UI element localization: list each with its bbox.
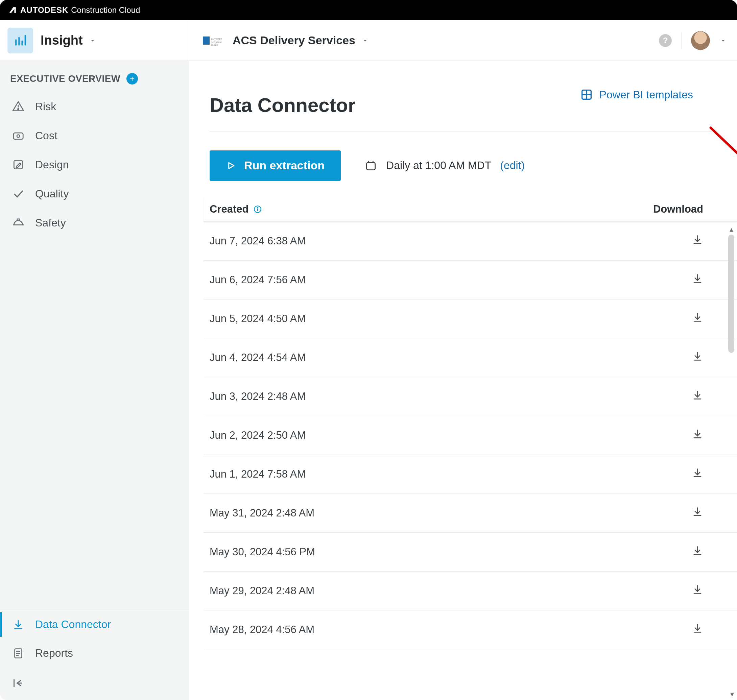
download-icon	[12, 619, 25, 631]
download-button[interactable]	[692, 350, 703, 365]
acc-logo-icon: AUTODESKCONSTRUCTIONCLOUD	[202, 34, 222, 47]
sidebar-bottom-nav: Data Connector Reports	[0, 610, 189, 700]
created-cell: Jun 5, 2024 4:50 AM	[210, 313, 306, 325]
power-bi-templates-link[interactable]: Power BI templates	[580, 88, 693, 101]
table-row: May 29, 2024 2:48 AM	[203, 572, 737, 610]
download-button[interactable]	[692, 467, 703, 481]
download-icon	[692, 584, 703, 595]
module-name: Insight	[41, 33, 83, 48]
created-cell: Jun 4, 2024 4:54 AM	[210, 351, 306, 364]
download-icon	[692, 273, 703, 284]
avatar[interactable]	[691, 31, 710, 50]
chevron-down-icon[interactable]	[719, 37, 727, 44]
app-brand-bar: AUTODESK Construction Cloud	[0, 0, 737, 20]
svg-point-11	[17, 135, 20, 138]
sidebar-nav: Risk Cost Design Quality Safety	[0, 92, 189, 237]
svg-rect-23	[366, 162, 375, 170]
pencil-icon	[12, 158, 25, 171]
run-extraction-label: Run extraction	[244, 159, 325, 172]
sidebar-section-header: EXECUTIVE OVERVIEW	[0, 73, 189, 84]
extractions-table: Created Download Jun 7, 2024 6:38 AMJun …	[203, 197, 737, 649]
download-icon	[692, 312, 703, 323]
scroll-up-icon[interactable]: ▴	[730, 226, 733, 233]
download-button[interactable]	[692, 623, 703, 637]
project-name: ACS Delivery Services	[232, 34, 355, 47]
sidebar-item-label: Cost	[35, 129, 57, 142]
download-button[interactable]	[692, 506, 703, 520]
brand-strong: AUTODESK	[20, 5, 68, 15]
sidebar-item-quality[interactable]: Quality	[0, 179, 189, 208]
schedule-text: Daily at 1:00 AM MDT	[386, 159, 491, 172]
download-icon	[692, 428, 703, 440]
sidebar-item-data-connector[interactable]: Data Connector	[0, 610, 189, 639]
created-cell: May 31, 2024 2:48 AM	[210, 507, 315, 519]
edit-schedule-link[interactable]: (edit)	[500, 159, 525, 172]
created-cell: Jun 2, 2024 2:50 AM	[210, 429, 306, 441]
sidebar-item-cost[interactable]: Cost	[0, 121, 189, 150]
warning-icon	[12, 100, 25, 113]
sidebar-item-safety[interactable]: Safety	[0, 208, 189, 237]
created-cell: May 29, 2024 2:48 AM	[210, 585, 315, 597]
brand-light: Construction Cloud	[71, 5, 140, 15]
sidebar-item-design[interactable]: Design	[0, 150, 189, 179]
collapse-icon	[12, 677, 24, 689]
created-cell: Jun 7, 2024 6:38 AM	[210, 235, 306, 247]
created-cell: May 30, 2024 4:56 PM	[210, 546, 315, 558]
help-icon[interactable]: ?	[659, 34, 672, 47]
download-button[interactable]	[692, 545, 703, 559]
table-row: May 31, 2024 2:48 AM	[203, 494, 737, 533]
download-button[interactable]	[692, 273, 703, 287]
download-icon	[692, 390, 703, 401]
download-icon	[692, 545, 703, 556]
created-cell: Jun 6, 2024 7:56 AM	[210, 274, 306, 286]
download-button[interactable]	[692, 584, 703, 598]
download-icon	[692, 506, 703, 518]
sidebar-item-label: Reports	[35, 647, 73, 659]
check-icon	[12, 187, 25, 200]
download-button[interactable]	[692, 312, 703, 326]
sidebar-item-reports[interactable]: Reports	[0, 639, 189, 668]
calendar-icon	[365, 159, 377, 172]
created-cell: Jun 1, 2024 7:58 AM	[210, 468, 306, 480]
scroll-down-icon[interactable]: ▾	[730, 690, 734, 699]
column-header-created[interactable]: Created	[210, 203, 262, 215]
column-header-download: Download	[653, 203, 703, 215]
action-row: Run extraction Daily at 1:00 AM MDT (edi…	[189, 131, 737, 197]
sidebar-item-risk[interactable]: Risk	[0, 92, 189, 121]
table-header: Created Download	[203, 197, 737, 222]
main-content: Data Connector Power BI templates Run ex…	[189, 61, 737, 700]
svg-text:CONSTRUCTION: CONSTRUCTION	[211, 41, 222, 43]
download-icon	[692, 234, 703, 246]
info-icon[interactable]	[253, 205, 262, 213]
schedule-display: Daily at 1:00 AM MDT (edit)	[365, 159, 525, 172]
table-row: May 30, 2024 4:56 PM	[203, 533, 737, 572]
module-switcher[interactable]: Insight	[0, 20, 189, 60]
table-row: Jun 2, 2024 2:50 AM	[203, 416, 737, 455]
table-row: Jun 7, 2024 6:38 AM	[203, 222, 737, 260]
download-button[interactable]	[692, 234, 703, 248]
table-row: May 28, 2024 4:56 AM	[203, 610, 737, 649]
table-row: Jun 1, 2024 7:58 AM	[203, 455, 737, 494]
svg-point-28	[257, 207, 258, 208]
project-switcher[interactable]: AUTODESKCONSTRUCTIONCLOUD ACS Delivery S…	[189, 34, 659, 47]
hardhat-icon	[12, 216, 25, 229]
scrollbar-thumb[interactable]	[728, 235, 734, 353]
created-cell: Jun 3, 2024 2:48 AM	[210, 390, 306, 403]
insight-icon	[7, 28, 33, 53]
table-row: Jun 6, 2024 7:56 AM	[203, 260, 737, 300]
download-button[interactable]	[692, 428, 703, 443]
collapse-sidebar-button[interactable]	[0, 668, 189, 700]
chevron-down-icon	[89, 37, 96, 44]
vertical-scrollbar[interactable]: ▴	[727, 226, 736, 354]
add-dashboard-button[interactable]	[127, 73, 138, 84]
run-extraction-button[interactable]: Run extraction	[210, 150, 341, 181]
reports-icon	[12, 647, 25, 659]
download-icon	[692, 623, 703, 634]
sidebar-item-label: Risk	[35, 100, 56, 113]
svg-rect-4	[203, 37, 210, 45]
column-label: Download	[653, 203, 703, 215]
column-label: Created	[210, 203, 249, 215]
play-icon	[226, 160, 236, 171]
download-button[interactable]	[692, 390, 703, 404]
sidebar: EXECUTIVE OVERVIEW Risk Cost Design Qual…	[0, 61, 189, 700]
